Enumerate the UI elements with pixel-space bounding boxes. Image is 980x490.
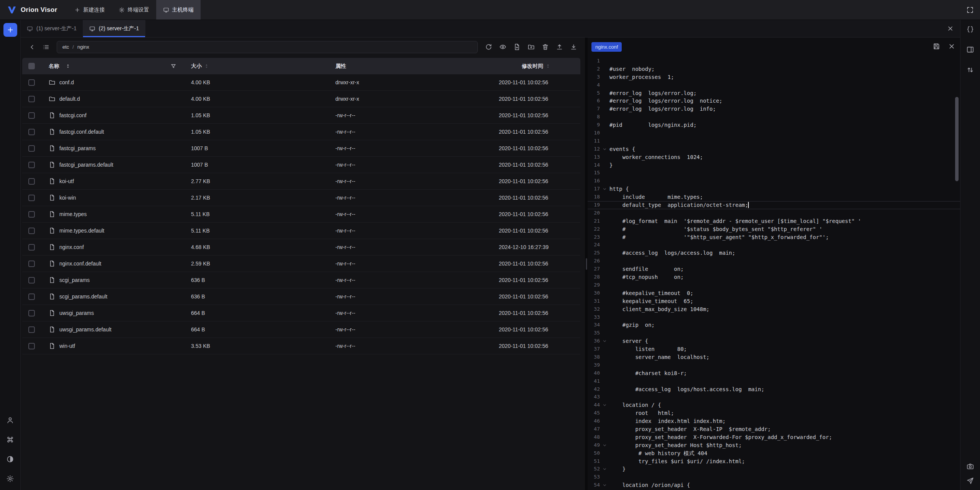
code-line-11[interactable]: 11 bbox=[588, 137, 960, 145]
row-checkbox[interactable] bbox=[28, 343, 35, 349]
menu-item-terminal-settings[interactable]: 终端设置 bbox=[112, 0, 156, 20]
file-name[interactable]: nginx.conf bbox=[59, 244, 84, 250]
file-row[interactable]: nginx.conf4.68 KB-rw-r--r--2024-12-10 16… bbox=[22, 239, 580, 256]
code-line-44[interactable]: 44 location / { bbox=[588, 401, 960, 409]
code-line-14[interactable]: 14} bbox=[588, 161, 960, 169]
code-line-13[interactable]: 13 worker_connections 1024; bbox=[588, 153, 960, 161]
editor-file-tab[interactable]: nginx.conf bbox=[591, 42, 622, 52]
row-checkbox[interactable] bbox=[28, 310, 35, 316]
editor-scrollbar[interactable] bbox=[955, 97, 959, 181]
sort-arrows-button[interactable] bbox=[965, 64, 976, 75]
close-icon[interactable] bbox=[948, 43, 956, 50]
file-row[interactable]: koi-utf2.77 KB-rw-r--r--2020-11-01 10:02… bbox=[22, 173, 580, 190]
row-checkbox[interactable] bbox=[28, 228, 35, 234]
code-line-18[interactable]: 18 include mime.types; bbox=[588, 193, 960, 201]
select-all-checkbox[interactable] bbox=[28, 63, 35, 69]
row-checkbox[interactable] bbox=[28, 145, 35, 152]
code-line-37[interactable]: 37 listen 80; bbox=[588, 345, 960, 353]
row-checkbox[interactable] bbox=[28, 129, 35, 135]
upload-button[interactable] bbox=[553, 41, 565, 53]
code-line-15[interactable]: 15 bbox=[588, 169, 960, 177]
code-line-1[interactable]: 1 bbox=[588, 57, 960, 65]
settings-button[interactable] bbox=[5, 473, 16, 484]
close-icon[interactable] bbox=[947, 25, 954, 32]
fold-chevron-icon[interactable] bbox=[600, 185, 609, 193]
breadcrumb-segment[interactable]: nginx bbox=[77, 44, 89, 50]
sort-carets-icon[interactable] bbox=[65, 64, 70, 69]
file-name[interactable]: conf.d bbox=[59, 79, 74, 85]
code-line-41[interactable]: 41 bbox=[588, 377, 960, 385]
row-checkbox[interactable] bbox=[28, 211, 35, 218]
layout-button[interactable] bbox=[965, 44, 976, 55]
code-line-31[interactable]: 31 keepalive_timeout 65; bbox=[588, 297, 960, 305]
file-name[interactable]: fastcgi.conf.default bbox=[59, 129, 104, 135]
code-line-36[interactable]: 36 server { bbox=[588, 337, 960, 345]
fold-chevron-icon[interactable] bbox=[600, 465, 609, 473]
file-name[interactable]: fastcgi_params bbox=[59, 145, 96, 151]
column-header-mtime[interactable]: 修改时间 bbox=[522, 63, 543, 70]
code-line-52[interactable]: 52 } bbox=[588, 465, 960, 473]
path-breadcrumb[interactable]: etc/nginx bbox=[57, 41, 478, 53]
code-line-33[interactable]: 33 bbox=[588, 313, 960, 321]
row-checkbox[interactable] bbox=[28, 277, 35, 284]
code-line-9[interactable]: 9#pid logs/nginx.pid; bbox=[588, 121, 960, 129]
file-row[interactable]: win-utf3.53 KB-rw-r--r--2020-11-01 10:02… bbox=[22, 338, 580, 354]
new-file-button[interactable] bbox=[511, 41, 523, 53]
code-line-32[interactable]: 32 client_max_body_size 1048m; bbox=[588, 305, 960, 313]
file-name[interactable]: mime.types bbox=[59, 211, 87, 217]
back-button[interactable] bbox=[26, 41, 38, 53]
column-header-name[interactable]: 名称 bbox=[49, 63, 59, 70]
filter-icon[interactable] bbox=[170, 63, 176, 69]
delete-button[interactable] bbox=[539, 41, 551, 53]
code-line-34[interactable]: 34 #gzip on; bbox=[588, 321, 960, 329]
code-line-3[interactable]: 3worker_processes 1; bbox=[588, 73, 960, 81]
preview-button[interactable] bbox=[497, 41, 509, 53]
file-row[interactable]: conf.d4.00 KBdrwxr-xr-x2020-11-01 10:02:… bbox=[22, 74, 580, 91]
file-row[interactable]: fastcgi.conf.default1.05 KB-rw-r--r--202… bbox=[22, 124, 580, 140]
row-checkbox[interactable] bbox=[28, 261, 35, 267]
code-line-6[interactable]: 6#error_log logs/error.log notice; bbox=[588, 97, 960, 105]
row-checkbox[interactable] bbox=[28, 293, 35, 300]
file-name[interactable]: mime.types.default bbox=[59, 228, 105, 234]
row-checkbox[interactable] bbox=[28, 162, 35, 168]
user-button[interactable] bbox=[5, 415, 16, 425]
code-editor[interactable]: 12#user nobody;3worker_processes 1;45#er… bbox=[588, 56, 960, 490]
fold-chevron-icon[interactable] bbox=[600, 441, 609, 449]
file-row[interactable]: default.d4.00 KBdrwxr-xr-x2020-11-01 10:… bbox=[22, 91, 580, 107]
refresh-button[interactable] bbox=[482, 41, 495, 53]
code-line-20[interactable]: 20 bbox=[588, 209, 960, 217]
file-name[interactable]: scgi_params.default bbox=[59, 293, 107, 300]
code-line-45[interactable]: 45 root html; bbox=[588, 409, 960, 417]
code-line-46[interactable]: 46 index index.html index.htm; bbox=[588, 417, 960, 425]
file-name[interactable]: fastcgi.conf bbox=[59, 112, 87, 118]
camera-button[interactable] bbox=[965, 461, 976, 472]
code-line-4[interactable]: 4 bbox=[588, 81, 960, 89]
code-line-8[interactable]: 8 bbox=[588, 113, 960, 121]
file-row[interactable]: scgi_params636 B-rw-r--r--2020-11-01 10:… bbox=[22, 272, 580, 288]
file-name[interactable]: fastcgi_params.default bbox=[59, 162, 113, 168]
row-checkbox[interactable] bbox=[28, 195, 35, 201]
fold-chevron-icon[interactable] bbox=[600, 481, 609, 489]
file-name[interactable]: win-utf bbox=[59, 343, 75, 349]
send-button[interactable] bbox=[965, 475, 976, 486]
fullscreen-icon[interactable] bbox=[966, 6, 974, 14]
code-line-17[interactable]: 17http { bbox=[588, 185, 960, 193]
row-checkbox[interactable] bbox=[28, 112, 35, 119]
code-line-53[interactable]: 53 bbox=[588, 473, 960, 481]
file-row[interactable]: fastcgi_params.default1007 B-rw-r--r--20… bbox=[22, 157, 580, 173]
file-row[interactable]: fastcgi_params1007 B-rw-r--r--2020-11-01… bbox=[22, 140, 580, 157]
row-checkbox[interactable] bbox=[28, 178, 35, 185]
menu-item-new-connection[interactable]: 新建连接 bbox=[67, 0, 112, 20]
file-row[interactable]: uwsgi_params664 B-rw-r--r--2020-11-01 10… bbox=[22, 305, 580, 321]
code-line-2[interactable]: 2#user nobody; bbox=[588, 65, 960, 73]
save-icon[interactable] bbox=[933, 43, 940, 50]
file-name[interactable]: nginx.conf.default bbox=[59, 261, 101, 267]
column-header-size[interactable]: 大小 bbox=[191, 63, 202, 70]
code-line-7[interactable]: 7#error_log logs/error.log info; bbox=[588, 105, 960, 113]
code-line-21[interactable]: 21 #log_format main '$remote_addr - $rem… bbox=[588, 217, 960, 225]
code-line-48[interactable]: 48 proxy_set_header X-Forwarded-For $pro… bbox=[588, 433, 960, 441]
code-line-49[interactable]: 49 proxy_set_header Host $http_host; bbox=[588, 441, 960, 449]
code-line-51[interactable]: 51 try_files $uri $uri/ /index.html; bbox=[588, 457, 960, 465]
code-line-27[interactable]: 27 sendfile on; bbox=[588, 265, 960, 273]
file-row[interactable]: uwsgi_params.default664 B-rw-r--r--2020-… bbox=[22, 321, 580, 338]
